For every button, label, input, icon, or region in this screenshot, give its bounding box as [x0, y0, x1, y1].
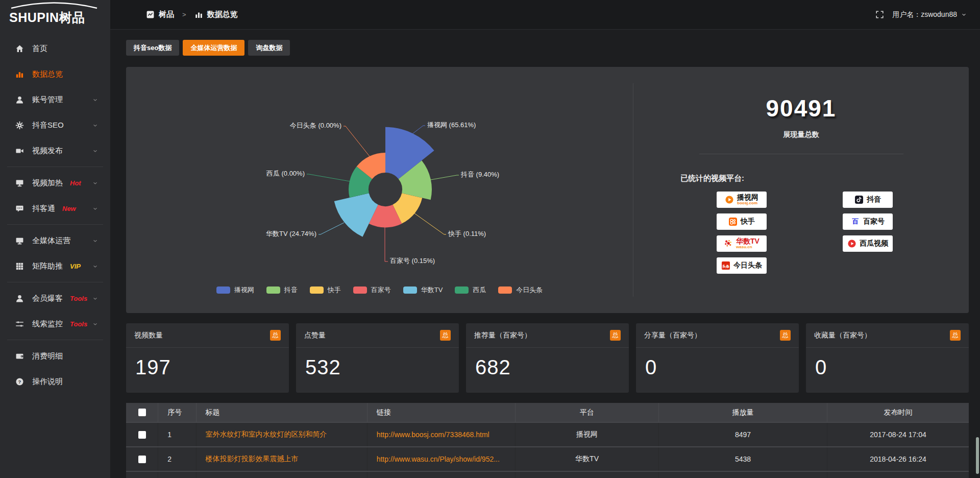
- chevron-down-icon: [92, 321, 98, 327]
- sidebar-item-label: 抖客通: [32, 204, 55, 213]
- cell-platform: 播视网: [516, 422, 659, 447]
- monitor-icon: [15, 236, 24, 245]
- sidebar-item-video[interactable]: 视频发布: [0, 138, 110, 163]
- table-header-cell: 标题: [196, 403, 367, 422]
- sidebar-divider: [7, 340, 103, 340]
- sliders-icon: [15, 320, 24, 328]
- sidebar-item-tag: VIP: [70, 262, 81, 270]
- sidebar-item-tag: New: [62, 205, 76, 212]
- douyin-logo-icon: [854, 195, 864, 204]
- legend-item[interactable]: 百家号: [353, 285, 391, 295]
- platform-badge-boosj: 播视网boosj.com: [717, 192, 767, 208]
- sidebar-item-label: 消费明细: [32, 351, 63, 361]
- total-badge: 总: [950, 330, 961, 341]
- stat-card-value: 532: [296, 348, 459, 393]
- stat-card-header: 点赞量 总: [296, 323, 459, 348]
- row-checkbox[interactable]: [138, 431, 146, 439]
- sidebar-item-tag: Hot: [70, 179, 81, 187]
- pie-label-line: [307, 174, 350, 181]
- breadcrumb-item-current[interactable]: 数据总览: [207, 10, 238, 19]
- video-title-link[interactable]: 楼体投影灯投影效果震撼上市: [206, 455, 299, 463]
- svg-text:百: 百: [852, 218, 859, 225]
- legend-label: 西瓜: [473, 285, 486, 295]
- legend-item[interactable]: 今日头条: [498, 285, 543, 295]
- legend-item[interactable]: 快手: [310, 285, 341, 295]
- legend-swatch: [353, 286, 367, 294]
- table-header-cell: 平台: [516, 403, 659, 422]
- screen-icon: [15, 179, 24, 187]
- fullscreen-icon: [875, 10, 884, 19]
- row-checkbox[interactable]: [138, 456, 146, 463]
- platform-badge-xigua: 西瓜视频: [843, 235, 893, 252]
- sidebar-item-member[interactable]: 会员爆客Tools: [0, 285, 110, 311]
- sidebar-item-sliders[interactable]: 线索监控Tools: [0, 311, 110, 337]
- sidebar-item-question[interactable]: ?操作说明: [0, 369, 110, 394]
- sidebar-item-label: 视频发布: [32, 146, 63, 156]
- platform-badge-douyin: 抖音: [843, 192, 893, 208]
- platform-name: 快手: [741, 217, 755, 226]
- user-menu[interactable]: 用户名：zswodun88: [892, 10, 967, 19]
- legend-label: 播视网: [234, 285, 254, 295]
- platform-name: 播视网: [737, 194, 758, 201]
- stat-card-header: 视频数量 总: [126, 323, 289, 348]
- chevron-down-icon: [92, 296, 98, 301]
- chevron-down-icon: [92, 206, 98, 211]
- sidebar-divider: [7, 224, 103, 225]
- video-url-link[interactable]: http://www.wasu.cn/Play/show/id/952...: [377, 455, 500, 463]
- sidebar-item-screen[interactable]: 视频加热Hot: [0, 170, 110, 196]
- video-url-link[interactable]: http://www.boosj.com/7338468.html: [377, 431, 489, 439]
- video-icon: [15, 147, 24, 155]
- tab-inactive[interactable]: 询盘数据: [248, 40, 290, 56]
- legend-swatch: [403, 286, 417, 294]
- platforms-title: 已统计的视频平台:: [680, 174, 969, 183]
- platform-badge-wasu: 华数TVwasu.cn: [717, 235, 767, 252]
- platform-sub: boosj.com: [737, 201, 757, 205]
- sidebar-item-home[interactable]: 首页: [0, 36, 110, 61]
- stat-card-header: 收藏量（百家号） 总: [806, 323, 969, 348]
- legend-item[interactable]: 抖音: [266, 285, 298, 295]
- pie-label: 抖音 (9.40%): [460, 171, 499, 178]
- total-badge: 总: [270, 330, 281, 341]
- sidebar-item-label: 抖音SEO: [32, 121, 64, 130]
- cell-platform: 华数TV: [516, 447, 659, 471]
- app-icon: [146, 10, 155, 19]
- fullscreen-button[interactable]: [875, 10, 884, 19]
- stat-card: 点赞量 总 532: [296, 323, 459, 393]
- legend-item[interactable]: 播视网: [216, 285, 254, 295]
- platform-sub: wasu.cn: [736, 245, 752, 249]
- sidebar-item-user[interactable]: 账号管理: [0, 87, 110, 112]
- tab-inactive[interactable]: 抖音seo数据: [126, 40, 179, 56]
- stat-card-label: 视频数量: [134, 331, 163, 340]
- legend-item[interactable]: 西瓜: [455, 285, 486, 295]
- sidebar-item-monitor[interactable]: 全媒体运营: [0, 228, 110, 253]
- chevron-down-icon: [92, 180, 98, 186]
- breadcrumb-separator: >: [182, 11, 186, 18]
- tab-active[interactable]: 全媒体运营数据: [183, 40, 244, 56]
- sidebar-item-bar-chart[interactable]: 数据总览: [0, 61, 110, 87]
- total-badge: 总: [780, 330, 791, 341]
- platforms-column-2: 抖音百百家号西瓜视频: [843, 192, 893, 274]
- table-header-cell: 序号: [158, 403, 196, 422]
- video-title-link[interactable]: 室外水纹灯和室内水纹灯的区别和简介: [206, 430, 327, 438]
- sidebar-item-grid[interactable]: 矩阵助推VIP: [0, 253, 110, 279]
- select-all-checkbox[interactable]: [138, 409, 146, 416]
- pie-label: 播视网 (65.61%): [427, 121, 476, 129]
- breadcrumb-item-home[interactable]: 树品: [159, 10, 174, 19]
- bar-chart-icon: [15, 70, 24, 79]
- sidebar-item-wallet[interactable]: 消费明细: [0, 343, 110, 369]
- platform-name: 华数TV: [736, 237, 760, 245]
- boosj-logo-icon: [725, 195, 734, 204]
- sidebar-item-chat[interactable]: 抖客通New: [0, 196, 110, 221]
- cell-plays: 8497: [658, 422, 827, 447]
- pie-label-line: [344, 126, 370, 156]
- legend-label: 今日头条: [516, 285, 543, 295]
- pie-slice[interactable]: [334, 193, 378, 236]
- legend-item[interactable]: 华数TV: [403, 285, 443, 295]
- cell-time: 2017-08-24 17:04: [827, 422, 969, 447]
- sidebar-item-gear[interactable]: 抖音SEO: [0, 112, 110, 138]
- scrollbar-thumb[interactable]: [976, 437, 979, 474]
- stat-card: 推荐量（百家号） 总 682: [466, 323, 629, 393]
- cell-time: 2018-04-26 16:24: [827, 447, 969, 471]
- sidebar-item-label: 线索监控: [32, 319, 63, 329]
- stat-card-label: 点赞量: [304, 331, 326, 340]
